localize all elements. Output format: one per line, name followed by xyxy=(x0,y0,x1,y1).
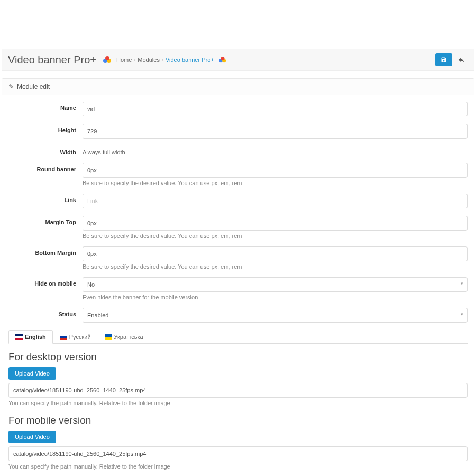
desktop-upload-button[interactable]: Upload Video xyxy=(8,367,56,380)
language-tabs: English Русский Українська xyxy=(8,330,468,344)
save-button[interactable] xyxy=(435,53,452,66)
logo-icon xyxy=(103,56,112,64)
breadcrumb: Home › Modules › Video banner Pro+ xyxy=(116,56,231,63)
tab-english[interactable]: English xyxy=(8,330,53,344)
hide-mobile-select[interactable]: No xyxy=(83,277,468,292)
height-input[interactable] xyxy=(83,124,468,139)
page-header: Video banner Pro+ Home › Modules › Video… xyxy=(2,49,474,71)
status-label: Status xyxy=(8,308,83,317)
margin-bottom-label: Bottom Margin xyxy=(8,246,83,256)
height-label: Height xyxy=(8,124,83,133)
mobile-section-title: For mobile version xyxy=(8,415,468,426)
link-input[interactable] xyxy=(83,194,468,208)
desktop-path-input[interactable] xyxy=(8,383,468,398)
margin-bottom-input[interactable] xyxy=(83,246,468,261)
reply-icon xyxy=(457,56,465,63)
round-help: Be sure to specify the desired value. Yo… xyxy=(83,180,468,186)
round-label: Round banner xyxy=(8,163,83,172)
hide-mobile-help: Even hides the banner for the mobile ver… xyxy=(83,294,468,300)
hide-mobile-label: Hide on mobile xyxy=(8,277,83,287)
breadcrumb-current: Video banner Pro+ xyxy=(166,57,214,63)
flag-ru-icon xyxy=(60,334,67,340)
name-input[interactable] xyxy=(83,102,468,116)
margin-top-help: Be sure to specify the desired value. Yo… xyxy=(83,233,468,239)
margin-bottom-help: Be sure to specify the desired value. Yo… xyxy=(83,263,468,270)
mobile-path-input[interactable] xyxy=(8,446,468,461)
margin-top-label: Margin Top xyxy=(8,216,83,225)
desktop-section-title: For desktop version xyxy=(8,351,468,363)
tab-ukrainian[interactable]: Українська xyxy=(98,330,150,344)
back-button[interactable] xyxy=(454,54,468,66)
flag-en-icon xyxy=(15,334,23,340)
margin-top-input[interactable] xyxy=(83,216,468,231)
svg-point-2 xyxy=(105,56,109,60)
round-input[interactable] xyxy=(83,163,468,178)
mobile-upload-button[interactable]: Upload Video xyxy=(8,431,56,443)
module-edit-panel: Module edit Name Height Width Always ful… xyxy=(2,78,474,476)
save-icon xyxy=(441,57,447,63)
status-select[interactable]: Enabled xyxy=(83,308,468,323)
tab-russian[interactable]: Русский xyxy=(53,330,98,344)
page-title: Video banner Pro+ xyxy=(8,54,96,66)
name-label: Name xyxy=(8,102,83,111)
breadcrumb-modules[interactable]: Modules xyxy=(138,57,160,63)
pencil-icon xyxy=(8,83,14,90)
width-static: Always full width xyxy=(83,146,468,155)
breadcrumb-home[interactable]: Home xyxy=(116,57,132,63)
logo-icon-small xyxy=(218,56,227,63)
link-label: Link xyxy=(8,194,83,203)
mobile-path-help: You can specify the path manually. Relat… xyxy=(8,463,468,470)
panel-heading: Module edit xyxy=(2,79,474,95)
flag-ua-icon xyxy=(105,334,112,340)
desktop-path-help: You can specify the path manually. Relat… xyxy=(8,400,468,406)
width-label: Width xyxy=(8,146,83,155)
svg-point-5 xyxy=(221,57,224,60)
